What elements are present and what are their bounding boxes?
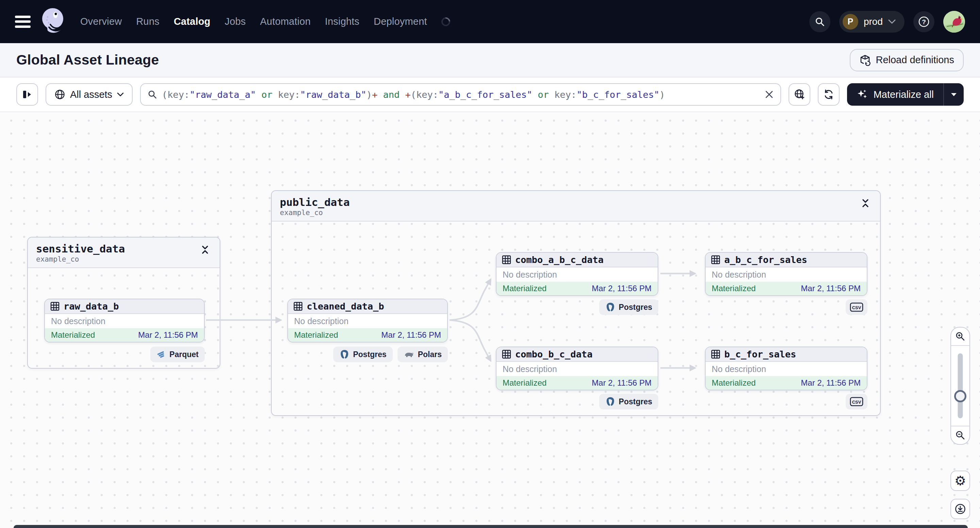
asset-description: No description xyxy=(288,314,447,328)
asset-search-input[interactable]: (key:"raw_data_a" or key:"raw_data_b")+ … xyxy=(140,83,781,106)
query-segment: or xyxy=(532,89,554,100)
asset-node-combo-a-b-c-data[interactable]: combo_a_b_c_data No description Material… xyxy=(496,252,658,296)
table-icon xyxy=(502,350,511,359)
collapse-group-icon[interactable] xyxy=(199,243,212,258)
asset-scope-dropdown[interactable]: All assets xyxy=(46,83,133,106)
bottom-bar xyxy=(14,525,968,528)
materialization-timestamp[interactable]: Mar 2, 11:56 PM xyxy=(801,378,861,388)
search-button[interactable] xyxy=(809,11,830,32)
globe-plus-icon xyxy=(794,89,805,100)
materialization-timestamp[interactable]: Mar 2, 11:56 PM xyxy=(592,284,652,293)
query-segment: (key: xyxy=(411,89,438,100)
materialization-timestamp[interactable]: Mar 2, 11:56 PM xyxy=(138,330,198,340)
download-image-button[interactable] xyxy=(950,499,970,519)
group-title: public_data xyxy=(280,197,350,209)
kind-tag-postgres[interactable]: Postgres xyxy=(599,394,658,409)
caret-down-icon xyxy=(950,92,957,97)
postgres-icon xyxy=(339,349,350,360)
materialize-all-button[interactable]: Materialize all xyxy=(847,83,943,106)
reload-definitions-button[interactable]: Reload definitions xyxy=(850,49,964,71)
nav-item-insights[interactable]: Insights xyxy=(325,16,360,27)
query-segment: ) xyxy=(367,89,372,100)
nav-item-automation[interactable]: Automation xyxy=(260,16,311,27)
csv-icon: CSV xyxy=(850,302,863,312)
query-segment: or xyxy=(256,89,278,100)
asset-description: No description xyxy=(45,314,204,328)
graph-settings-button[interactable]: ⚙ xyxy=(950,471,970,491)
kind-tag-parquet[interactable]: Parquet xyxy=(150,347,205,362)
asset-status-row: Materialized Mar 2, 11:56 PM xyxy=(496,282,658,295)
open-sidebar-button[interactable] xyxy=(16,83,38,106)
page-header: Global Asset Lineage Reload definitions xyxy=(0,43,980,78)
materialization-timestamp[interactable]: Mar 2, 11:56 PM xyxy=(592,378,652,388)
asset-node-header: cleaned_data_b xyxy=(288,299,447,314)
asset-node-header: combo_b_c_data xyxy=(496,347,658,362)
asset-node-combo-b-c-data[interactable]: combo_b_c_data No description Materializ… xyxy=(496,347,658,390)
asset-node-a-b-c-for-sales[interactable]: a_b_c_for_sales No description Materiali… xyxy=(705,252,867,296)
refresh-icon xyxy=(823,89,834,100)
lineage-canvas[interactable]: sensitive_data example_co public_data ex… xyxy=(0,112,980,528)
dagster-logo-icon[interactable] xyxy=(40,8,67,36)
sparkles-icon xyxy=(857,89,868,100)
environment-avatar: P xyxy=(843,14,858,30)
environment-switcher[interactable]: P prod xyxy=(839,11,905,33)
asset-node-cleaned-data-b[interactable]: cleaned_data_b No description Materializ… xyxy=(287,299,448,342)
materialization-timestamp[interactable]: Mar 2, 11:56 PM xyxy=(801,284,861,293)
status-badge: Materialized xyxy=(712,378,756,388)
refresh-button[interactable] xyxy=(818,83,840,106)
asset-node-b-c-for-sales[interactable]: b_c_for_sales No description Materialize… xyxy=(705,347,867,390)
materialize-all-split-button: Materialize all xyxy=(847,83,964,106)
kind-tag-postgres[interactable]: Postgres xyxy=(333,347,392,362)
svg-text:CSV: CSV xyxy=(852,400,861,405)
nav-item-catalog[interactable]: Catalog xyxy=(174,16,210,27)
cardinal-bird-avatar-icon xyxy=(943,11,965,33)
zoom-slider-thumb[interactable] xyxy=(954,390,966,402)
nav-item-jobs[interactable]: Jobs xyxy=(225,16,246,27)
status-badge: Materialized xyxy=(503,378,546,388)
view-global-lineage-button[interactable] xyxy=(789,83,810,106)
help-button[interactable]: ? xyxy=(913,11,934,32)
group-location: example_co xyxy=(280,209,350,217)
globe-icon xyxy=(54,89,65,100)
panel-expand-icon xyxy=(22,89,32,100)
asset-name: a_b_c_for_sales xyxy=(724,254,807,265)
asset-name: combo_b_c_data xyxy=(515,349,593,360)
nav-item-runs[interactable]: Runs xyxy=(136,16,159,27)
reload-definitions-icon xyxy=(859,54,871,66)
kind-tag-csv[interactable]: CSV xyxy=(846,394,867,409)
asset-name: cleaned_data_b xyxy=(307,301,384,312)
nav-item-deployment[interactable]: Deployment xyxy=(374,16,427,27)
kind-tag-csv[interactable]: CSV xyxy=(846,299,867,315)
kind-tag-polars[interactable]: Polars xyxy=(398,347,448,362)
zoom-out-button[interactable] xyxy=(951,427,969,444)
materialize-options-button[interactable] xyxy=(944,83,964,106)
asset-scope-label: All assets xyxy=(70,89,112,100)
asset-selection-query[interactable]: (key:"raw_data_a" or key:"raw_data_b")+ … xyxy=(162,89,760,100)
query-segment: "raw_data_a" xyxy=(189,89,256,100)
asset-status-row: Materialized Mar 2, 11:56 PM xyxy=(496,376,658,390)
gear-icon: ⚙ xyxy=(955,474,966,487)
status-badge: Materialized xyxy=(51,330,95,340)
table-icon xyxy=(711,255,720,264)
user-avatar[interactable] xyxy=(943,11,965,33)
clear-query-icon[interactable] xyxy=(765,90,773,99)
kind-tag-postgres[interactable]: Postgres xyxy=(599,299,658,315)
asset-node-header: combo_a_b_c_data xyxy=(496,253,658,267)
asset-name: raw_data_b xyxy=(64,301,119,312)
zoom-in-button[interactable] xyxy=(951,328,969,345)
materialization-timestamp[interactable]: Mar 2, 11:56 PM xyxy=(381,330,441,340)
tag-label: Polars xyxy=(418,350,442,359)
hamburger-menu-icon[interactable] xyxy=(15,16,30,28)
collapse-group-icon[interactable] xyxy=(859,197,872,211)
svg-text:CSV: CSV xyxy=(852,305,861,310)
asset-status-row: Materialized Mar 2, 11:56 PM xyxy=(706,282,867,295)
search-icon xyxy=(148,90,157,99)
query-segment: and xyxy=(377,89,405,100)
asset-node-header: raw_data_b xyxy=(45,299,204,314)
nav-item-overview[interactable]: Overview xyxy=(80,16,122,27)
search-icon xyxy=(815,17,825,27)
query-segment: "b_c_for_sales" xyxy=(576,89,659,100)
group-header: public_data example_co xyxy=(272,191,880,222)
asset-node-raw-data-b[interactable]: raw_data_b No description Materialized M… xyxy=(44,299,205,342)
zoom-slider-track[interactable] xyxy=(958,354,963,418)
